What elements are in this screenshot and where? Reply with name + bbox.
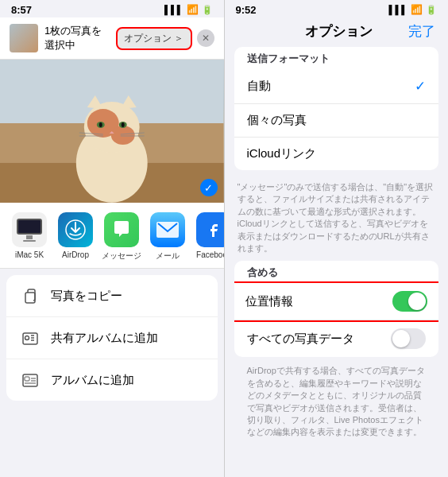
option-auto[interactable]: 自動 ✓ [234,69,439,104]
include-section: 含める 位置情報 すべての写真データ [234,261,439,357]
all-photo-data-toggle[interactable] [391,328,426,349]
messages-label: メッセージ [102,250,141,262]
mail-label: メール [156,250,180,262]
option-auto-check: ✓ [415,78,426,95]
left-panel: 8:57 ▌▌▌ 📶 🔋 1枚の写真を選択中 オプション ＞ ✕ [0,0,224,477]
battery-icon-right: 🔋 [426,5,437,15]
shared-album-action[interactable]: 共有アルバムに追加 [6,317,218,359]
options-nav: オプション 完了 [225,17,449,47]
option-individual-label: 個々の写真 [247,113,427,128]
shared-album-label: 共有アルバムに追加 [51,331,158,346]
status-bar-left: 8:57 ▌▌▌ 📶 🔋 [0,0,224,17]
app-item-messages[interactable]: メッセージ [98,212,145,262]
app-item-facebook[interactable]: Facebook [191,212,224,262]
time-left: 8:57 [11,4,32,16]
include-note: AirDropで共有する場合、すべての写真データを含めると、編集履歴やキーワード… [234,360,439,444]
include-header: 含める [234,261,439,283]
app-item-airdrop[interactable]: AirDrop [52,212,98,262]
share-header: 1枚の写真を選択中 オプション ＞ ✕ [0,17,224,60]
all-photo-data-label: すべての写真データ [247,332,392,347]
send-format-section: 送信フォーマット 自動 ✓ 個々の写真 iCloudリンク [234,47,439,170]
share-title: 1枚の写真を選択中 [44,24,111,52]
app-item-mail[interactable]: メール [145,212,191,262]
airdrop-label: AirDrop [62,250,89,259]
send-format-note: "メッセージ"のみで送信する場合は、"自動"を選択すると、ファイルサイズまたは共… [225,176,449,261]
signal-icon-right: ▌▌▌ [389,5,407,14]
app-item-imac[interactable]: iMac 5K [6,212,52,262]
location-toggle[interactable] [392,291,427,312]
right-panel: 9:52 ▌▌▌ 📶 🔋 オプション 完了 送信フォーマット 自動 ✓ 個々の写… [225,0,449,477]
status-bar-right: 9:52 ▌▌▌ 📶 🔋 [225,0,449,17]
photo-selected-check: ✓ [200,179,218,196]
location-label: 位置情報 [245,294,393,309]
close-icon: ✕ [202,33,210,44]
option-icloud-label: iCloudリンク [247,146,427,161]
mail-icon [150,212,185,247]
shared-album-icon [19,327,41,349]
photo-preview: ✓ [0,60,224,203]
option-individual[interactable]: 個々の写真 [234,104,439,138]
copy-label: 写真をコピー [51,289,122,304]
copy-action[interactable]: 写真をコピー [6,275,218,317]
options-button[interactable]: オプション ＞ [118,29,190,48]
time-right: 9:52 [236,4,257,16]
battery-icon: 🔋 [202,5,213,15]
send-format-header: 送信フォーマット [234,47,439,69]
options-title: オプション [305,22,373,41]
svg-point-12 [122,122,125,127]
option-icloud[interactable]: iCloudリンク [234,138,439,170]
svg-rect-21 [25,293,35,303]
facebook-label: Facebook [196,250,223,259]
svg-point-23 [25,336,29,340]
svg-rect-25 [25,377,29,381]
status-icons-left: ▌▌▌ 📶 🔋 [164,4,212,15]
wifi-icon: 📶 [187,4,199,15]
share-thumbnail [10,24,38,52]
airdrop-icon [58,212,93,247]
close-button[interactable]: ✕ [197,29,214,47]
copy-icon [19,285,41,307]
album-action[interactable]: アルバムに追加 [6,359,218,401]
album-icon [19,369,41,391]
imac-label: iMac 5K [15,250,44,259]
album-label: アルバムに追加 [51,373,134,388]
signal-icon: ▌▌▌ [164,5,183,14]
app-row: iMac 5K AirDrop メッセージ [0,203,224,269]
facebook-icon [196,212,224,247]
messages-icon [104,212,139,247]
imac-icon [12,212,47,247]
wifi-icon-right: 📶 [411,4,423,15]
action-list: 写真をコピー 共有アルバムに追加 [6,275,218,401]
option-auto-label: 自動 [247,79,409,94]
svg-point-6 [111,126,135,145]
location-toggle-row[interactable]: 位置情報 [234,283,439,320]
done-button[interactable]: 完了 [408,22,435,41]
status-icons-right: ▌▌▌ 📶 🔋 [389,4,437,15]
all-photo-data-row[interactable]: すべての写真データ [234,320,439,357]
svg-point-11 [99,122,102,127]
